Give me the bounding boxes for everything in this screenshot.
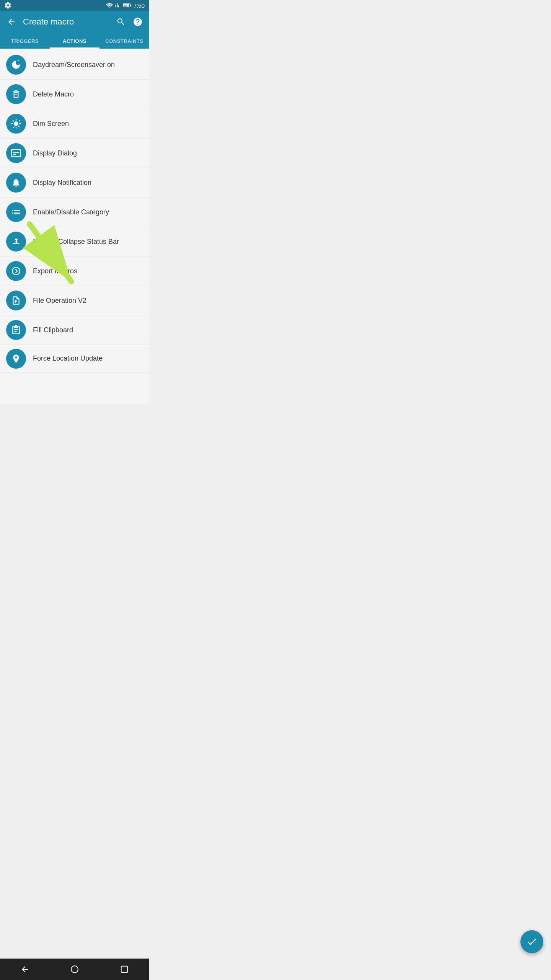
display-dialog-icon xyxy=(6,143,26,163)
tab-bar: TRIGGERS ACTIONS CONSTRAINTS xyxy=(0,33,149,49)
list-item[interactable]: Delete Macro xyxy=(0,80,149,109)
expand-collapse-status-bar-icon xyxy=(6,232,26,252)
list-item[interactable]: Export Macros xyxy=(0,256,149,286)
delete-macro-icon xyxy=(6,84,26,104)
export-macros-icon xyxy=(6,261,26,281)
dim-screen-label: Dim Screen xyxy=(33,120,69,128)
tab-constraints[interactable]: CONSTRAINTS xyxy=(99,33,149,49)
list-item[interactable]: Daydream/Screensaver on xyxy=(0,50,149,80)
svg-text:55: 55 xyxy=(124,5,127,7)
search-button[interactable] xyxy=(116,16,126,27)
tab-triggers[interactable]: TRIGGERS xyxy=(0,33,50,49)
signal-icon xyxy=(115,3,121,8)
svg-rect-1 xyxy=(130,5,131,6)
tab-actions[interactable]: ACTIONS xyxy=(50,33,99,49)
display-notification-icon: ! xyxy=(6,173,26,193)
display-notification-label: Display Notification xyxy=(33,179,91,187)
export-macros-label: Export Macros xyxy=(33,267,77,275)
fill-clipboard-icon xyxy=(6,320,26,340)
daydream-icon xyxy=(6,55,26,75)
list-item[interactable]: Display Dialog xyxy=(0,139,149,168)
status-bar: 55 7:50 xyxy=(0,0,149,11)
fill-clipboard-label: Fill Clipboard xyxy=(33,326,73,334)
enable-disable-category-icon xyxy=(6,202,26,222)
enable-disable-category-label: Enable/Disable Category xyxy=(33,208,109,216)
file-operation-label: File Operation V2 xyxy=(33,297,86,305)
status-bar-left xyxy=(5,2,11,9)
actions-list: Daydream/Screensaver on Delete Macro Dim… xyxy=(0,49,149,403)
settings-icon xyxy=(5,2,11,9)
list-item[interactable]: ! Display Notification xyxy=(0,168,149,198)
list-item[interactable]: File Operation V2 xyxy=(0,286,149,315)
file-operation-icon xyxy=(6,291,26,310)
daydream-label: Daydream/Screensaver on xyxy=(33,61,115,69)
delete-macro-label: Delete Macro xyxy=(33,90,74,98)
list-item[interactable]: Fill Clipboard xyxy=(0,315,149,345)
force-location-label: Force Location Update xyxy=(33,354,103,363)
help-button[interactable] xyxy=(132,16,143,27)
dim-screen-icon xyxy=(6,114,26,134)
list-item[interactable]: Expand/Collapse Status Bar xyxy=(0,227,149,256)
wifi-icon xyxy=(106,3,113,8)
app-bar: Create macro xyxy=(0,11,149,33)
svg-text:!: ! xyxy=(16,181,17,184)
expand-collapse-status-bar-label: Expand/Collapse Status Bar xyxy=(33,238,119,246)
page-title: Create macro xyxy=(23,17,109,27)
force-location-icon xyxy=(6,349,26,369)
back-button[interactable] xyxy=(6,16,17,27)
list-item[interactable]: Force Location Update xyxy=(0,345,149,372)
clock: 7:50 xyxy=(134,2,145,9)
display-dialog-label: Display Dialog xyxy=(33,149,77,157)
battery-icon: 55 xyxy=(123,3,131,8)
status-bar-right: 55 7:50 xyxy=(106,2,145,9)
list-item[interactable]: Dim Screen xyxy=(0,109,149,139)
list-item[interactable]: Enable/Disable Category xyxy=(0,198,149,227)
